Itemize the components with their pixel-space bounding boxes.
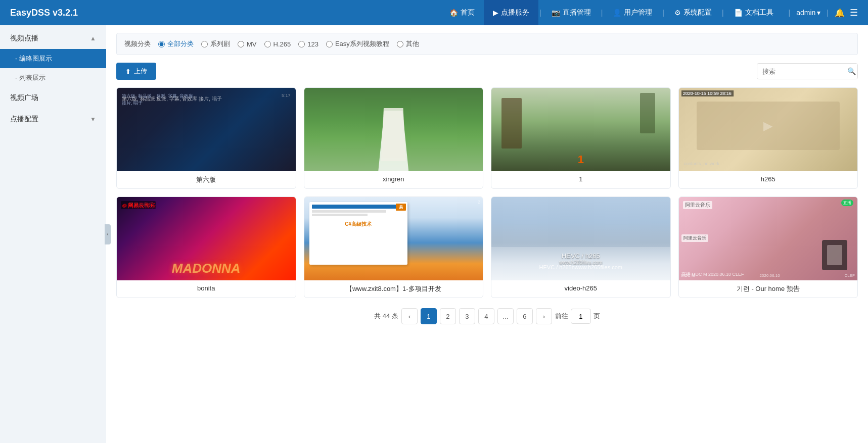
pagination-next[interactable]: ›: [536, 308, 552, 324]
video-title-8: 기런 - Our home 预告: [679, 280, 858, 298]
nav-divider-3: |: [661, 9, 665, 17]
video-thumb-2: [304, 88, 483, 171]
user-icon: 👤: [613, 9, 621, 17]
video-thumb-8: 阿里云音乐 直播 MDC M2020.06.10CLEF: [679, 197, 858, 280]
gear-icon: ⚙: [674, 9, 681, 17]
video-card-8[interactable]: 阿里云音乐 直播 MDC M2020.06.10CLEF 기런 - Our ho…: [678, 196, 858, 298]
goto-suffix-label: 页: [593, 312, 600, 321]
pagination: 共 44 条 ‹ 1 2 3 4 ... 6 › 前往 页: [116, 308, 858, 324]
pagination-page-2[interactable]: 2: [440, 308, 456, 324]
bell-icon[interactable]: 🔔: [835, 8, 845, 18]
filter-123[interactable]: 123: [298, 40, 318, 48]
filter-series[interactable]: 系列剧: [201, 39, 230, 48]
search-box: 🔍: [757, 63, 858, 79]
home-icon: 🏠: [449, 9, 458, 17]
video-card-6[interactable]: C#高级技术 易 2 【www.zxit8.com】1-多项目开发: [304, 196, 484, 298]
upload-button[interactable]: ⬆ 上传: [116, 63, 156, 80]
video-title-6: 【www.zxit8.com】1-多项目开发: [304, 280, 483, 298]
pagination-goto: 前往 页: [555, 309, 600, 324]
pagination-prev[interactable]: ‹: [401, 308, 418, 324]
video-title-2: xingren: [304, 171, 483, 187]
admin-menu[interactable]: admin ▾: [796, 9, 820, 17]
video-thumb-1: 第六版, 标品派 反派, 字幕, 音效库接片, 唱子 5:17: [117, 88, 296, 171]
video-thumb-4: 2020-10-15 10:59 28:16 contants_network …: [679, 88, 858, 171]
video-title-7: video-h265: [491, 280, 670, 296]
filter-h265[interactable]: H.265: [264, 40, 291, 48]
video-card-1[interactable]: 第六版, 标品派 反派, 字幕, 音效库接片, 唱子 5:17 第六版: [116, 87, 296, 189]
video-thumb-5: ⊙ 网易云音乐 MADONNA: [117, 197, 296, 280]
category-radio-group: 全部分类 系列剧 MV H.265 123: [158, 39, 419, 48]
filter-mv[interactable]: MV: [238, 40, 257, 48]
video-title-4: h265: [679, 171, 858, 187]
app-logo: EasyDSS v3.2.1: [10, 8, 78, 18]
pagination-page-3[interactable]: 3: [459, 308, 475, 324]
camera-icon: 📷: [552, 9, 560, 17]
video-title-5: bonita: [117, 280, 296, 296]
nav-live[interactable]: 📷 直播管理: [542, 0, 600, 25]
main-content: 视频分类 全部分类 系列剧 MV H.265: [106, 25, 868, 443]
sidebar: 视频点播 ▲ - 编略图展示 - 列表展示 视频广场 点播配置 ▼: [0, 25, 106, 443]
pagination-ellipsis: ...: [497, 308, 514, 324]
header-right: | admin ▾ | 🔔 ☰: [788, 7, 858, 18]
search-input[interactable]: [757, 64, 843, 79]
pagination-page-6[interactable]: 6: [517, 308, 533, 324]
video-card-5[interactable]: ⊙ 网易云音乐 MADONNA bonita: [116, 196, 296, 298]
layout: 视频点播 ▲ - 编略图展示 - 列表展示 视频广场 点播配置 ▼ ‹ 视: [0, 25, 868, 443]
sidebar-item-thumbnail-view[interactable]: - 编略图展示: [0, 49, 106, 68]
video-card-3[interactable]: 1: [491, 87, 671, 189]
sidebar-group-vod-config[interactable]: 点播配置 ▼: [0, 109, 106, 130]
main-nav: 🏠 首页 ▶ 点播服务 | 📷 直播管理 | 👤 用户管理 | ⚙ 系统配置 |…: [440, 0, 783, 25]
goto-page-input[interactable]: [571, 309, 591, 324]
nav-divider-5: |: [788, 9, 792, 17]
nav-settings[interactable]: ⚙ 系统配置: [665, 0, 721, 25]
nav-docs[interactable]: 📄 文档工具: [725, 0, 783, 25]
pagination-total: 共 44 条: [374, 312, 398, 321]
filter-label: 视频分类: [124, 39, 151, 48]
chevron-up-icon: ▲: [90, 35, 96, 42]
upload-icon: ⬆: [125, 68, 131, 75]
sidebar-wrapper: 视频点播 ▲ - 编略图展示 - 列表展示 视频广场 点播配置 ▼ ‹: [0, 25, 106, 443]
nav-divider-6: |: [826, 9, 830, 17]
chevron-down-icon: ▼: [90, 116, 96, 123]
sidebar-item-list-view[interactable]: - 列表展示: [0, 68, 106, 87]
video-thumb-7: HEVC / h265 www.h265files.com: [491, 197, 670, 280]
nav-divider-4: |: [721, 9, 725, 17]
pagination-page-4[interactable]: 4: [478, 308, 494, 324]
video-thumb-6: C#高级技术 易 2: [304, 197, 483, 280]
nav-divider-2: |: [600, 9, 604, 17]
video-title-3: 1: [491, 171, 670, 187]
nav-users[interactable]: 👤 用户管理: [604, 0, 661, 25]
toolbar: ⬆ 上传 🔍: [116, 63, 858, 80]
chevron-down-icon: ▾: [817, 9, 820, 17]
nav-vod[interactable]: ▶ 点播服务: [484, 0, 538, 25]
goto-prefix-label: 前往: [555, 312, 568, 321]
sidebar-collapse-handle[interactable]: ‹: [105, 224, 111, 244]
nav-divider-1: |: [538, 9, 542, 17]
docs-icon: 📄: [734, 9, 743, 17]
header: EasyDSS v3.2.1 🏠 首页 ▶ 点播服务 | 📷 直播管理 | 👤 …: [0, 0, 868, 25]
sidebar-group-video-playback[interactable]: 视频点播 ▲: [0, 28, 106, 49]
video-grid: 第六版, 标品派 反派, 字幕, 音效库接片, 唱子 5:17 第六版 xing…: [116, 87, 858, 298]
video-card-2[interactable]: xingren: [304, 87, 484, 189]
video-title-1: 第六版: [117, 171, 296, 188]
search-button[interactable]: 🔍: [843, 64, 858, 79]
pagination-page-1[interactable]: 1: [421, 308, 437, 324]
nav-home[interactable]: 🏠 首页: [440, 0, 484, 25]
video-thumb-3: [491, 88, 670, 171]
filter-all[interactable]: 全部分类: [158, 39, 194, 48]
hamburger-icon[interactable]: ☰: [850, 7, 858, 18]
video-card-7[interactable]: HEVC / h265 www.h265files.com video-h265: [491, 196, 671, 298]
sidebar-group-video-plaza[interactable]: 视频广场: [0, 87, 106, 109]
filter-easy-series[interactable]: Easy系列视频教程: [326, 39, 389, 48]
filter-other[interactable]: 其他: [397, 39, 419, 48]
filter-bar: 视频分类 全部分类 系列剧 MV H.265: [116, 33, 858, 55]
video-card-4[interactable]: 2020-10-15 10:59 28:16 contants_network …: [678, 87, 858, 189]
vod-icon: ▶: [493, 9, 498, 17]
